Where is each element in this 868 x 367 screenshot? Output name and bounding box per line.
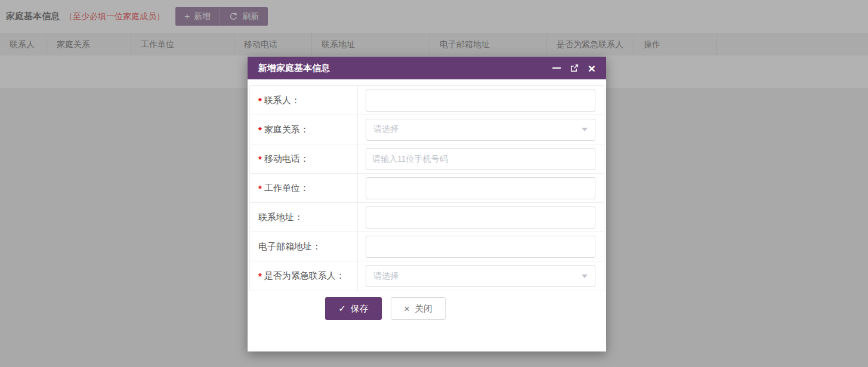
field-label-text: 工作单位： — [264, 183, 309, 194]
chevron-down-icon — [582, 275, 588, 278]
required-asterisk: * — [258, 95, 262, 106]
modal-footer: ✓ 保存 × 关闭 — [325, 297, 446, 320]
field-label-text: 电子邮箱地址： — [258, 241, 321, 252]
field-cell — [358, 144, 604, 173]
field-cell: 请选择 — [358, 261, 604, 291]
chevron-down-icon — [582, 128, 588, 131]
required-asterisk: * — [258, 125, 262, 135]
emergency-contact-select[interactable]: 请选择 — [366, 265, 595, 287]
form-row-relation: * 家庭关系： 请选择 — [250, 115, 604, 144]
required-asterisk: * — [258, 183, 262, 193]
save-button[interactable]: ✓ 保存 — [325, 297, 382, 320]
work-unit-input[interactable] — [366, 177, 595, 199]
mobile-phone-input[interactable] — [366, 148, 595, 170]
family-form: * 联系人： * 家庭关系： 请选择 * 移动电话： — [249, 85, 604, 291]
required-asterisk: * — [258, 154, 262, 164]
form-row-mobile: * 移动电话： — [250, 144, 604, 174]
form-row-email: 电子邮箱地址： — [250, 232, 604, 261]
field-cell — [358, 86, 604, 115]
field-label-text: 联系地址： — [258, 212, 303, 223]
contact-name-input[interactable] — [366, 90, 595, 112]
cancel-button-label: 关闭 — [415, 303, 433, 314]
field-label: * 是否为紧急联系人： — [250, 261, 358, 291]
email-input[interactable] — [366, 236, 595, 258]
modal-header: 新增家庭基本信息 × — [248, 57, 606, 79]
field-label: * 家庭关系： — [250, 115, 358, 144]
maximize-icon[interactable] — [570, 63, 579, 73]
field-label: * 工作单位： — [250, 174, 358, 202]
field-label-text: 移动电话： — [264, 153, 309, 165]
form-row-emergency: * 是否为紧急联系人： 请选择 — [250, 261, 604, 291]
select-placeholder: 请选择 — [373, 271, 399, 282]
close-icon[interactable]: × — [588, 62, 595, 75]
cancel-button[interactable]: × 关闭 — [391, 297, 446, 320]
field-cell — [358, 174, 604, 202]
field-label: 联系地址： — [250, 203, 358, 232]
save-button-label: 保存 — [351, 303, 369, 314]
field-cell — [358, 232, 604, 261]
add-family-modal: 新增家庭基本信息 × * 联系人： * — [248, 57, 606, 351]
form-row-contact: * 联系人： — [250, 86, 604, 115]
field-label: * 联系人： — [250, 86, 358, 115]
modal-title: 新增家庭基本信息 — [258, 63, 330, 74]
required-asterisk: * — [258, 271, 262, 281]
minimize-icon[interactable] — [552, 67, 561, 69]
window-controls: × — [552, 62, 595, 75]
select-placeholder: 请选择 — [373, 124, 399, 135]
x-icon: × — [404, 304, 410, 314]
form-row-workunit: * 工作单位： — [250, 174, 604, 203]
field-cell: 请选择 — [358, 115, 604, 144]
field-label-text: 联系人： — [264, 95, 300, 106]
field-label-text: 家庭关系： — [264, 124, 309, 135]
contact-address-input[interactable] — [366, 206, 595, 229]
field-label: 电子邮箱地址： — [250, 232, 358, 261]
relation-select[interactable]: 请选择 — [366, 119, 595, 141]
field-label-text: 是否为紧急联系人： — [264, 270, 345, 282]
check-icon: ✓ — [338, 303, 346, 314]
field-cell — [358, 203, 604, 232]
field-label: * 移动电话： — [250, 144, 358, 173]
form-row-address: 联系地址： — [250, 203, 604, 232]
